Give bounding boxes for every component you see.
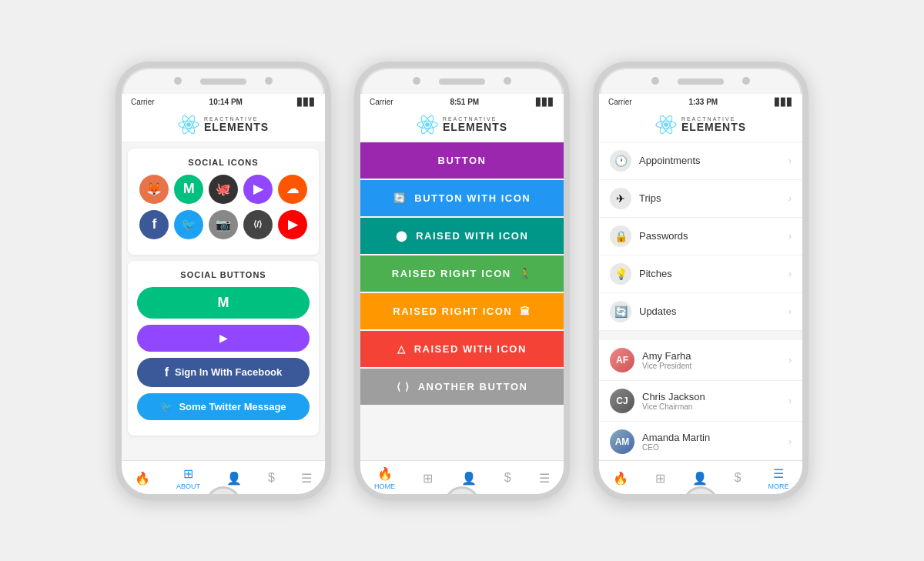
phone2-logo: REACTNATIVE ELEMENTS [417, 114, 507, 135]
facebook-btn-label: Sign In With Facebook [175, 366, 282, 378]
logo-elements-label3: ELEMENTS [681, 122, 746, 132]
tab2-home-label: HOME [374, 483, 395, 490]
menu-section: 🕐 Appointments › ✈ Trips › [599, 142, 802, 331]
list-item-trips[interactable]: ✈ Trips › [599, 180, 802, 218]
amy-text: Amy Farha Vice President [642, 350, 781, 370]
tab3-more-label: MORE [768, 483, 788, 490]
list-item-updates[interactable]: 🔄 Updates › [599, 293, 802, 331]
tab2-home[interactable]: 🔥 HOME [374, 466, 395, 490]
social-icons-card: SOCIAL ICONS 🦊 M 🐙 ▶ ☁ f 🐦 📷 ⟨/ [128, 149, 319, 255]
updates-chevron: › [788, 306, 792, 317]
raised-with-icon-red[interactable]: △ RAISED WITH ICON [360, 331, 564, 367]
menu-tab-icon: ☰ [301, 471, 312, 486]
tab2-display[interactable]: ⊞ [423, 471, 433, 486]
phone3-header: REACTNATIVE ELEMENTS [599, 109, 802, 142]
pitches-text: Pitches [639, 268, 781, 279]
facebook-button[interactable]: f Sign In With Facebook [137, 358, 310, 387]
twitter-btn-label: Some Twitter Message [179, 401, 286, 412]
tab1-dollar[interactable]: $ [268, 471, 275, 485]
amanda-text: Amanda Martin CEO [642, 432, 781, 452]
medium-btn-icon: M [218, 295, 229, 311]
amanda-chevron: › [788, 436, 792, 447]
svg-point-8 [664, 122, 668, 127]
updates-text: Updates [639, 306, 781, 317]
more-tab-icon: ☰ [773, 466, 784, 481]
tab1-menu[interactable]: ☰ [301, 471, 312, 486]
button-with-icon-label: BUTTON WITH ICON [414, 192, 531, 204]
another-button-label: ANOTHER BUTTON [418, 381, 528, 392]
twitch-button[interactable]: ▶ [137, 325, 310, 352]
list-item-chris[interactable]: CJ Chris Jackson Vice Chairman › [599, 381, 802, 422]
icons-row1: 🦊 M 🐙 ▶ ☁ [137, 175, 310, 204]
youtube-icon[interactable]: ▶ [278, 210, 307, 239]
phone2-camera [504, 77, 511, 85]
raised-right-icon-green[interactable]: RAISED RIGHT ICON 🚶 [360, 255, 564, 292]
phone1-logo-text: REACTNATIVE ELEMENTS [204, 116, 269, 132]
trips-icon: ✈ [610, 188, 631, 209]
trips-text: Trips [639, 192, 781, 204]
github-icon[interactable]: 🐙 [209, 175, 238, 204]
list-item-amy[interactable]: AF Amy Farha Vice President › [599, 340, 802, 381]
home-tab-icon: 🔥 [135, 471, 150, 486]
updates-label: Updates [639, 306, 781, 317]
tab1-home[interactable]: 🔥 [135, 471, 150, 486]
tab3-profile[interactable]: 👤 [692, 471, 708, 486]
phone1-battery: ▊▊▊ [297, 98, 316, 106]
list-item-amanda[interactable]: AM Amanda Martin CEO › [599, 422, 802, 460]
react-logo-icon2 [417, 114, 438, 135]
passwords-chevron: › [788, 231, 792, 242]
svg-point-0 [186, 122, 191, 127]
chris-name: Chris Jackson [642, 391, 781, 402]
twitter-icon[interactable]: 🐦 [174, 210, 203, 239]
profile-tab-icon: 👤 [226, 471, 242, 486]
phone1-carrier: Carrier [131, 98, 155, 106]
twitter-button[interactable]: 🐦 Some Twitter Message [137, 393, 310, 420]
raised-with-icon-teal[interactable]: ⬤ RAISED WITH ICON [360, 218, 564, 254]
tab3-home[interactable]: 🔥 [613, 471, 628, 486]
logo-elements-label: ELEMENTS [204, 122, 269, 132]
phone3-logo-text: REACTNATIVE ELEMENTS [681, 116, 746, 132]
foxo-icon[interactable]: 🦊 [139, 175, 169, 204]
another-button[interactable]: ⟨ ⟩ ANOTHER BUTTON [360, 369, 564, 405]
stackexchange-icon[interactable]: ⟨/⟩ [243, 210, 273, 239]
phone3-status-bar: Carrier 1:33 PM ▊▊▊ [599, 94, 802, 109]
medium-button[interactable]: M [137, 287, 310, 319]
facebook-icon[interactable]: f [139, 210, 169, 239]
twitter-btn-icon: 🐦 [160, 401, 172, 412]
appointments-chevron: › [788, 155, 792, 166]
btn-icon-person: 🚶 [519, 268, 533, 279]
btn-icon-building: 🏛 [520, 306, 531, 317]
home-tab-icon2: 🔥 [377, 466, 393, 481]
about-tab-icon: ⊞ [183, 466, 193, 481]
button-with-icon[interactable]: 🔄 BUTTON WITH ICON [360, 180, 564, 216]
tab2-menu[interactable]: ☰ [539, 471, 550, 486]
trips-chevron: › [788, 193, 792, 204]
tab1-profile[interactable]: 👤 [226, 471, 242, 486]
tab3-display[interactable]: ⊞ [655, 471, 665, 486]
btn-icon-refresh: 🔄 [393, 192, 407, 204]
twitch-icon[interactable]: ▶ [243, 175, 273, 204]
button-plain[interactable]: BUTTON [360, 142, 564, 179]
tab3-more[interactable]: ☰ MORE [768, 466, 788, 490]
phone3-carrier: Carrier [608, 98, 632, 106]
tab1-about[interactable]: ⊞ ABOUT [176, 466, 200, 490]
tab2-profile[interactable]: 👤 [461, 471, 477, 486]
social-buttons-title: SOCIAL BUTTONS [137, 270, 310, 279]
tab2-dollar[interactable]: $ [504, 471, 511, 485]
phone3: Carrier 1:33 PM ▊▊▊ REACTNATI [593, 62, 808, 500]
list-item-passwords[interactable]: 🔒 Passwords › [599, 218, 802, 255]
social-icons-title: SOCIAL ICONS [137, 158, 310, 167]
chris-role: Vice Chairman [642, 402, 781, 411]
soundcloud-icon[interactable]: ☁ [278, 175, 307, 204]
avatar-amanda: AM [610, 429, 634, 454]
phone1-camera [265, 77, 273, 85]
tab3-dollar[interactable]: $ [735, 471, 742, 485]
svg-point-4 [425, 122, 430, 127]
list-item-pitches[interactable]: 💡 Pitches › [599, 255, 802, 293]
raised-right-icon-orange[interactable]: RAISED RIGHT ICON 🏛 [360, 293, 564, 329]
phone1-screen: Carrier 10:14 PM ▊▊▊ REACTNAT [122, 94, 325, 494]
phone3-camera [742, 77, 750, 85]
instagram-icon[interactable]: 📷 [209, 210, 238, 239]
list-item-appointments[interactable]: 🕐 Appointments › [599, 142, 802, 180]
medium-icon[interactable]: M [174, 175, 203, 204]
